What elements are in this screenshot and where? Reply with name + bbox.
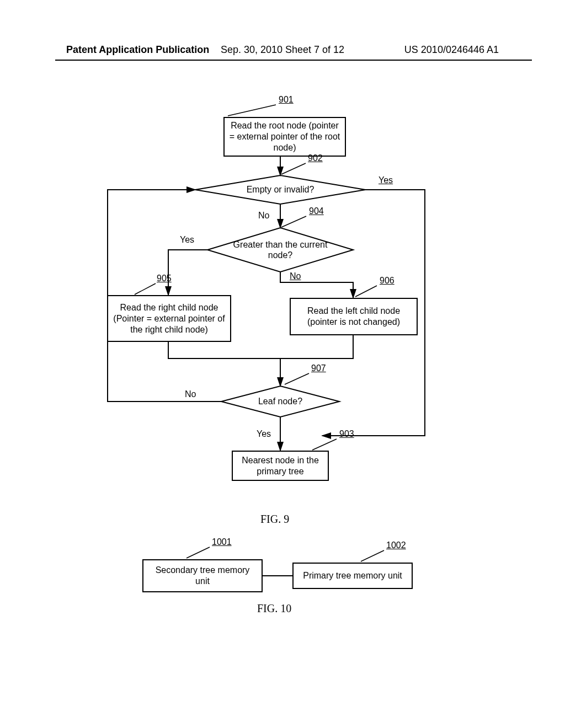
node-901-root: Read the root node (pointer = external p… xyxy=(223,117,346,157)
node-902-empty: Empty or invalid? xyxy=(232,184,329,195)
svg-marker-1 xyxy=(207,228,353,272)
edge-907-no: No xyxy=(185,389,196,399)
ref-903: 903 xyxy=(339,429,354,439)
fig9-caption: FIG. 9 xyxy=(260,513,289,526)
ref-1001: 1001 xyxy=(212,537,232,547)
svg-line-8 xyxy=(281,163,306,174)
svg-line-16 xyxy=(361,550,384,561)
flowchart-arrows xyxy=(0,0,565,728)
ref-907: 907 xyxy=(311,363,326,373)
fig10-caption: FIG. 10 xyxy=(257,602,291,615)
node-906-left-child: Read the left child node (pointer is not… xyxy=(290,298,418,335)
edge-907-yes: Yes xyxy=(257,429,271,439)
svg-line-12 xyxy=(285,373,309,384)
svg-marker-0 xyxy=(195,175,365,204)
edge-902-yes: Yes xyxy=(379,175,393,185)
svg-line-11 xyxy=(355,286,377,297)
node-907-leaf: Leaf node? xyxy=(247,396,313,406)
svg-line-10 xyxy=(135,283,156,295)
node-903-nearest: Nearest node in the primary tree xyxy=(232,451,329,481)
ref-905: 905 xyxy=(157,274,172,283)
svg-line-9 xyxy=(281,216,306,227)
node-905-right-child: Read the right child node (Pointer = ext… xyxy=(107,295,231,342)
node-904-greater: Greater than the current node? xyxy=(232,239,329,260)
edge-904-no: No xyxy=(290,271,301,281)
svg-line-15 xyxy=(186,547,210,558)
edge-904-yes: Yes xyxy=(180,235,194,245)
ref-1002: 1002 xyxy=(386,540,406,550)
ref-902: 902 xyxy=(308,153,323,163)
figure-canvas: Read the root node (pointer = external p… xyxy=(0,0,565,728)
node-1001-secondary: Secondary tree memory unit xyxy=(142,559,263,592)
ref-906: 906 xyxy=(380,276,395,286)
ref-904: 904 xyxy=(309,206,324,216)
edge-902-no: No xyxy=(258,211,269,221)
svg-marker-2 xyxy=(221,386,339,417)
svg-line-7 xyxy=(228,105,276,116)
svg-line-13 xyxy=(312,439,337,450)
node-1002-primary: Primary tree memory unit xyxy=(292,563,413,589)
ref-901: 901 xyxy=(279,95,294,105)
